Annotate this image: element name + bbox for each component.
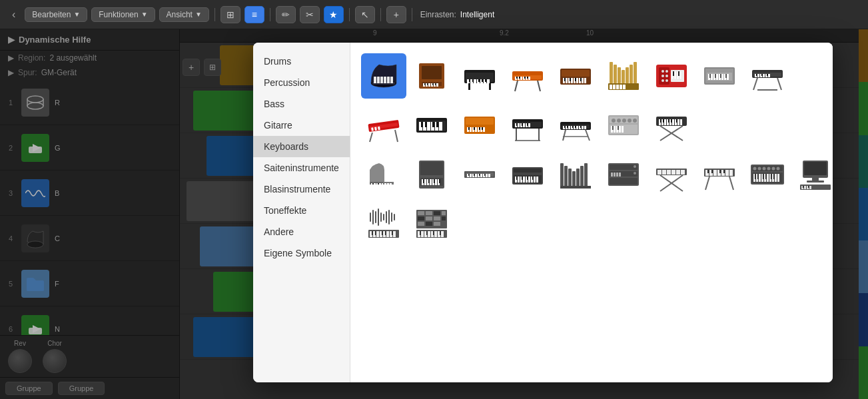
icon-keyboard-topdown[interactable] [409,103,454,148]
svg-rect-303 [560,186,591,189]
svg-rect-417 [441,231,444,237]
icon-keyboard-x-stand[interactable] [745,53,790,99]
icon-pipe-organ[interactable] [601,53,646,99]
icon-upright-silhouette[interactable] [409,152,454,197]
svg-rect-275 [488,174,490,177]
svg-rect-250 [390,183,392,185]
svg-rect-311 [619,173,621,177]
icon-upright-piano[interactable] [409,53,454,99]
svg-rect-395 [385,231,386,235]
icon-accordion[interactable] [649,53,694,99]
list-view-btn[interactable]: ≡ [244,6,264,23]
category-percussion[interactable]: Percussion [253,72,350,93]
svg-rect-202 [575,126,576,128]
scissors-btn[interactable]: ✂ [300,6,320,23]
icon-rack-module[interactable] [601,152,646,197]
pointer-btn[interactable]: ★ [324,6,344,23]
icon-piano-side[interactable] [361,152,406,197]
icon-row-4 [361,201,833,246]
svg-rect-235 [671,119,672,123]
svg-rect-310 [616,173,618,177]
icon-flat-keyboard[interactable] [457,152,502,197]
svg-rect-330 [729,170,733,176]
category-toneffekte[interactable]: Toneffekte [253,200,350,221]
category-gitarre[interactable]: Gitarre [253,115,350,136]
icon-synth-box[interactable] [697,53,742,99]
grid-view-btn[interactable]: ⊞ [220,6,240,23]
svg-point-211 [622,119,626,123]
category-andere[interactable]: Andere [253,221,350,242]
svg-rect-252 [420,162,443,175]
icon-digital-piano[interactable] [457,53,502,99]
svg-rect-245 [372,183,374,185]
category-bass[interactable]: Bass [253,93,350,115]
icon-mini-keyboard[interactable] [553,103,598,148]
icon-waveform-keyboard[interactable] [361,201,406,246]
icon-workstation-orange[interactable] [457,103,502,148]
modal-icon-grid [350,43,833,382]
modal-overlay: Drums Percussion Bass Gitarre Keyboards … [0,29,868,399]
icon-keyboard-legs[interactable] [505,103,550,148]
svg-rect-290 [534,177,536,183]
svg-point-312 [634,172,636,175]
svg-rect-274 [486,174,488,177]
tool-select-btn[interactable]: ↖ [355,6,375,23]
svg-rect-24 [387,77,390,83]
back-button[interactable]: ‹ [7,7,21,22]
svg-rect-123 [709,74,711,78]
svg-rect-307 [610,178,638,185]
bearbeiten-menu[interactable]: Bearbeiten ▼ [25,7,87,22]
add-tool-btn[interactable]: + [386,6,406,23]
svg-rect-172 [479,127,480,130]
separator-5 [412,8,412,21]
category-drums[interactable]: Drums [253,51,350,72]
svg-rect-20 [374,77,376,83]
svg-rect-309 [614,173,616,177]
svg-rect-93 [613,85,616,89]
svg-rect-25 [390,77,393,83]
svg-rect-173 [482,127,483,130]
svg-point-104 [665,79,668,82]
svg-rect-22 [380,77,383,83]
icon-classic-piano-silhouette[interactable] [505,152,550,197]
svg-rect-72 [566,78,568,83]
icon-synth-many-knobs[interactable] [745,152,790,197]
icon-synth-knobs[interactable] [601,103,646,148]
category-blasinstrumente[interactable]: Blasinstrumente [253,179,350,200]
svg-point-210 [617,119,621,123]
svg-rect-66 [527,77,528,79]
category-keyboards[interactable]: Keyboards [253,136,350,157]
svg-rect-34 [436,83,438,87]
svg-rect-59 [520,77,522,80]
ansicht-menu[interactable]: Ansicht ▼ [159,7,209,22]
svg-rect-233 [663,119,664,123]
icon-organ-pipes-silhouette[interactable] [553,152,598,197]
svg-rect-36 [427,83,428,85]
icon-organ-brown[interactable] [553,53,598,99]
icon-keyboard-x-stand-silhouette[interactable] [649,152,694,197]
pencil-btn[interactable]: ✏ [276,6,296,23]
svg-rect-268 [470,174,472,177]
category-eigene[interactable]: Eigene Symbole [253,242,350,264]
funktionen-menu[interactable]: Funktionen ▼ [91,7,155,22]
svg-rect-363 [804,162,827,175]
icon-keyboard-stand-1[interactable] [505,53,550,99]
svg-rect-411 [421,231,424,237]
svg-rect-316 [662,170,666,175]
category-saiten[interactable]: Saiteninstrumente [253,157,350,179]
svg-line-335 [705,177,709,190]
svg-rect-156 [421,122,423,127]
icon-grand-piano[interactable] [361,53,406,99]
icon-red-keyboard-stand[interactable] [361,103,406,148]
icon-monitor-keyboard[interactable] [793,152,833,197]
icon-keyboard-x-stand-2[interactable] [649,103,694,148]
snap-value: Intelligent [460,10,494,19]
svg-rect-47 [487,79,490,83]
svg-rect-300 [576,169,580,189]
svg-rect-405 [442,216,446,220]
icon-sequencer-keyboard[interactable] [409,201,454,246]
svg-rect-399 [426,211,432,215]
svg-rect-201 [572,126,574,128]
icon-keyboard-stand-folded[interactable] [697,152,742,197]
svg-rect-373 [370,212,371,222]
